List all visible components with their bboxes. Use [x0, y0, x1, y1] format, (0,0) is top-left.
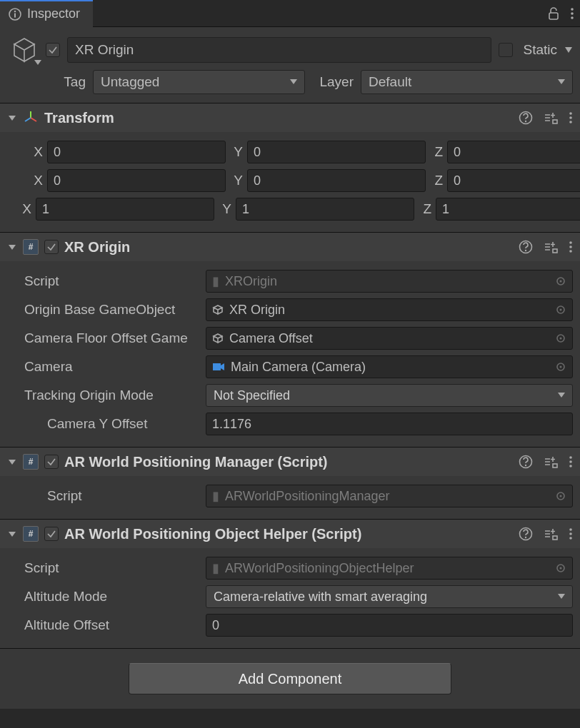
wpm-enabled-checkbox[interactable]: [44, 455, 59, 469]
tracking-mode-dropdown[interactable]: Not Specified: [206, 384, 573, 407]
preset-icon[interactable]: [543, 455, 559, 469]
wpm-component: # AR World Positioning Manager (Script) …: [0, 447, 580, 519]
object-picker-icon[interactable]: [555, 333, 566, 344]
object-picker-icon[interactable]: [555, 304, 566, 315]
altitude-mode-label: Altitude Mode: [7, 589, 200, 605]
check-icon: [47, 44, 59, 56]
kebab-icon[interactable]: [570, 6, 574, 21]
tag-value: Untagged: [101, 74, 159, 90]
preset-icon[interactable]: [543, 527, 559, 541]
add-component-button[interactable]: Add Component: [129, 663, 451, 694]
object-picker-icon[interactable]: [555, 361, 566, 373]
xr-origin-enabled-checkbox[interactable]: [44, 240, 59, 254]
chevron-down-icon[interactable]: [564, 46, 573, 54]
static-checkbox[interactable]: [499, 43, 513, 57]
cube-icon: [212, 304, 224, 315]
scale-x-input[interactable]: [36, 198, 214, 221]
camera-icon: [212, 362, 225, 372]
scale-z-input[interactable]: [436, 198, 580, 221]
svg-point-14: [569, 116, 572, 119]
svg-point-26: [560, 309, 562, 311]
preset-icon[interactable]: [543, 111, 559, 125]
svg-rect-3: [549, 13, 558, 19]
svg-point-41: [525, 537, 526, 538]
inspector-tab[interactable]: Inspector: [0, 0, 93, 27]
chevron-down-icon: [34, 60, 41, 66]
svg-point-15: [569, 121, 572, 123]
kebab-icon[interactable]: [569, 111, 573, 125]
cube-icon: [212, 333, 224, 344]
svg-line-8: [31, 118, 36, 121]
altitude-offset-label: Altitude Offset: [7, 617, 200, 633]
y-label: Y: [230, 144, 243, 160]
xr-origin-component: # XR Origin Script ▮XROrigin Origin Base…: [0, 232, 580, 447]
position-y-input[interactable]: [247, 141, 426, 163]
svg-point-35: [569, 456, 572, 459]
kebab-icon[interactable]: [569, 240, 573, 254]
chevron-down-icon: [290, 79, 297, 85]
layer-dropdown[interactable]: Default: [361, 70, 573, 94]
gameobject-icon[interactable]: [10, 36, 39, 64]
gameobject-name-input[interactable]: [67, 37, 491, 63]
wpm-header[interactable]: # AR World Positioning Manager (Script): [0, 448, 580, 476]
xr-origin-header[interactable]: # XR Origin: [0, 233, 580, 261]
x-label: X: [30, 144, 43, 160]
object-picker-icon[interactable]: [555, 562, 566, 574]
rotation-z-input[interactable]: [447, 169, 580, 192]
object-picker-icon[interactable]: [555, 490, 566, 502]
rotation-row: Rotation X Y Z: [7, 166, 573, 195]
scale-y-input[interactable]: [236, 198, 414, 221]
help-icon[interactable]: [519, 455, 533, 469]
svg-point-1: [14, 10, 16, 12]
camera-floor-field[interactable]: Camera Offset: [206, 327, 573, 350]
script-label: Script: [7, 488, 200, 504]
svg-point-5: [571, 12, 574, 15]
origin-base-field[interactable]: XR Origin: [206, 298, 573, 321]
position-x-input[interactable]: [47, 141, 226, 163]
chevron-down-icon: [7, 529, 17, 539]
kebab-icon[interactable]: [569, 527, 573, 541]
tag-label: Tag: [57, 74, 86, 90]
static-label: Static: [523, 42, 557, 58]
svg-rect-12: [553, 120, 557, 123]
preset-icon[interactable]: [543, 240, 559, 254]
rotation-x-input[interactable]: [47, 169, 226, 192]
wpm-title: AR World Positioning Manager (Script): [64, 454, 513, 470]
svg-point-44: [569, 532, 572, 535]
lock-icon[interactable]: [547, 6, 560, 21]
script-icon: #: [23, 454, 39, 470]
wph-enabled-checkbox[interactable]: [44, 527, 59, 541]
help-icon[interactable]: [519, 527, 533, 541]
rotation-y-input[interactable]: [247, 169, 426, 192]
svg-point-36: [569, 460, 572, 463]
svg-point-39: [560, 495, 562, 497]
altitude-mode-dropdown[interactable]: Camera-relative with smart averaging: [206, 585, 573, 608]
svg-rect-34: [553, 464, 557, 467]
chevron-down-icon: [558, 79, 565, 85]
help-icon[interactable]: [519, 111, 533, 125]
altitude-offset-input[interactable]: [206, 614, 573, 637]
layer-label: Layer: [312, 74, 354, 90]
chevron-down-icon: [558, 393, 565, 398]
svg-point-11: [525, 121, 526, 122]
tag-dropdown[interactable]: Untagged: [93, 70, 305, 94]
scale-row: Scale X Y Z: [7, 195, 573, 223]
script-icon: #: [23, 526, 39, 542]
wph-header[interactable]: # AR World Positioning Object Helper (Sc…: [0, 520, 580, 548]
svg-point-45: [569, 537, 572, 540]
svg-rect-19: [553, 249, 557, 253]
kebab-icon[interactable]: [569, 455, 573, 469]
gameobject-header: Static: [0, 27, 580, 67]
rotation-label: Rotation: [7, 173, 24, 188]
position-label: Position: [7, 144, 24, 160]
camera-field[interactable]: Main Camera (Camera): [206, 355, 573, 378]
help-icon[interactable]: [519, 240, 533, 254]
camera-floor-label: Camera Floor Offset Game: [7, 330, 200, 346]
position-z-input[interactable]: [447, 141, 580, 163]
gameobject-active-checkbox[interactable]: [46, 43, 60, 57]
z-label: Z: [430, 144, 443, 160]
object-picker-icon[interactable]: [555, 275, 566, 287]
wph-title: AR World Positioning Object Helper (Scri…: [64, 526, 513, 542]
transform-header[interactable]: Transform: [0, 103, 580, 132]
camera-y-offset-input[interactable]: [206, 413, 573, 435]
